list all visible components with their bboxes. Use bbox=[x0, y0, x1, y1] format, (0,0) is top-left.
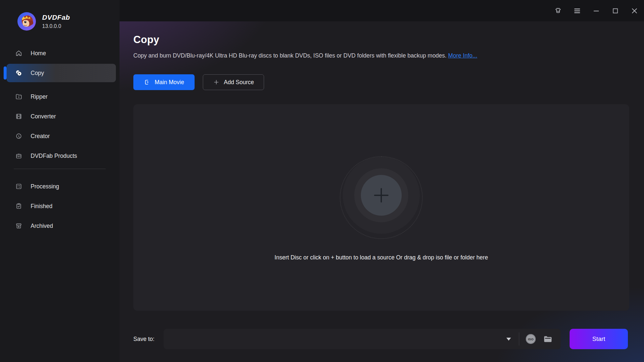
load-source-plus-button[interactable] bbox=[361, 175, 402, 216]
mode-toolbar: Main Movie Add Source bbox=[133, 74, 644, 90]
converter-film-icon bbox=[15, 113, 22, 120]
copy-disc-icon bbox=[15, 69, 22, 77]
chevron-down-icon bbox=[506, 338, 511, 341]
footer-bar: Save to: ISO Start bbox=[133, 329, 628, 349]
sidebar-item-home[interactable]: Home bbox=[7, 45, 116, 61]
creator-disc-icon bbox=[15, 133, 22, 140]
window-controls bbox=[554, 0, 639, 21]
main-movie-label: Main Movie bbox=[155, 79, 184, 86]
close-icon[interactable] bbox=[630, 7, 639, 15]
menu-icon[interactable] bbox=[573, 7, 581, 15]
save-path-box: ISO bbox=[164, 329, 561, 349]
save-to-label: Save to: bbox=[133, 336, 164, 343]
app-name: DVDFab bbox=[42, 13, 70, 21]
footer-divider bbox=[519, 332, 519, 346]
iso-badge-label: ISO bbox=[528, 337, 534, 341]
sidebar-item-label: Creator bbox=[31, 133, 50, 140]
sidebar-item-ripper[interactable]: Ripper bbox=[7, 89, 116, 105]
sidebar-divider bbox=[14, 169, 106, 169]
page-title: Copy bbox=[133, 34, 644, 46]
sidebar-item-finished[interactable]: Finished bbox=[7, 198, 116, 214]
sidebar-item-dvdfab-products[interactable]: DVDFab Products bbox=[7, 148, 116, 164]
sidebar-item-label: DVDFab Products bbox=[31, 153, 77, 159]
sidebar-item-label: Finished bbox=[31, 203, 52, 210]
sidebar-nav-primary: Home Copy bbox=[0, 45, 120, 164]
main-movie-mode-icon bbox=[144, 79, 150, 85]
home-icon bbox=[15, 50, 22, 57]
save-as-folder-button[interactable] bbox=[543, 334, 553, 344]
save-path-input[interactable] bbox=[164, 329, 501, 349]
sidebar-item-label: Archived bbox=[31, 223, 53, 229]
more-info-link[interactable]: More Info... bbox=[448, 52, 477, 59]
description-text: Copy and burn DVD/Blu-ray/4K Ultra HD Bl… bbox=[133, 52, 446, 59]
plus-icon bbox=[371, 185, 392, 206]
main-movie-button[interactable]: Main Movie bbox=[133, 74, 195, 90]
dropzone-hint: Insert Disc or click on + button to load… bbox=[133, 254, 629, 261]
add-source-button[interactable]: Add Source bbox=[203, 74, 264, 90]
sidebar-item-converter[interactable]: Converter bbox=[7, 109, 116, 124]
add-source-label: Add Source bbox=[224, 79, 254, 86]
plus-icon bbox=[213, 79, 220, 85]
app-version: 13.0.0.0 bbox=[42, 23, 70, 29]
dvdfab-monkey-logo-icon bbox=[17, 12, 36, 31]
logo-text-block: DVDFab 13.0.0.0 bbox=[42, 13, 70, 29]
sidebar-nav-library: Processing Finished bbox=[0, 179, 120, 234]
folder-icon bbox=[543, 334, 553, 344]
main-content: Copy Copy and burn DVD/Blu-ray/4K Ultra … bbox=[120, 21, 644, 362]
sidebar-item-copy[interactable]: Copy bbox=[7, 64, 116, 82]
finished-clipboard-icon bbox=[15, 203, 22, 210]
start-button[interactable]: Start bbox=[570, 329, 628, 349]
sidebar-item-archived[interactable]: Archived bbox=[7, 218, 116, 234]
maximize-icon[interactable] bbox=[611, 7, 620, 15]
title-bar bbox=[120, 0, 644, 21]
sidebar-item-creator[interactable]: Creator bbox=[7, 128, 116, 144]
theme-shirt-icon[interactable] bbox=[554, 7, 562, 15]
sidebar-item-label: Converter bbox=[31, 113, 56, 120]
save-as-iso-button[interactable]: ISO bbox=[526, 334, 536, 344]
source-dropzone[interactable]: Insert Disc or click on + button to load… bbox=[133, 104, 629, 311]
sidebar-item-label: Home bbox=[31, 50, 46, 57]
save-path-dropdown-button[interactable] bbox=[501, 329, 516, 349]
page-description: Copy and burn DVD/Blu-ray/4K Ultra HD Bl… bbox=[133, 52, 644, 59]
app-logo: DVDFab 13.0.0.0 bbox=[0, 0, 120, 31]
sidebar-item-label: Processing bbox=[31, 183, 59, 190]
ripper-folder-icon bbox=[15, 93, 22, 100]
archived-box-icon bbox=[15, 222, 22, 229]
app-window: DVDFab 13.0.0.0 Home bbox=[0, 0, 644, 362]
sidebar-item-label: Ripper bbox=[31, 93, 48, 100]
minimize-icon[interactable] bbox=[592, 7, 601, 15]
products-box-icon bbox=[15, 152, 22, 159]
sidebar-item-processing[interactable]: Processing bbox=[7, 179, 116, 194]
processing-list-icon bbox=[15, 183, 22, 190]
sidebar-item-label: Copy bbox=[31, 70, 44, 77]
sidebar: DVDFab 13.0.0.0 Home bbox=[0, 0, 120, 362]
